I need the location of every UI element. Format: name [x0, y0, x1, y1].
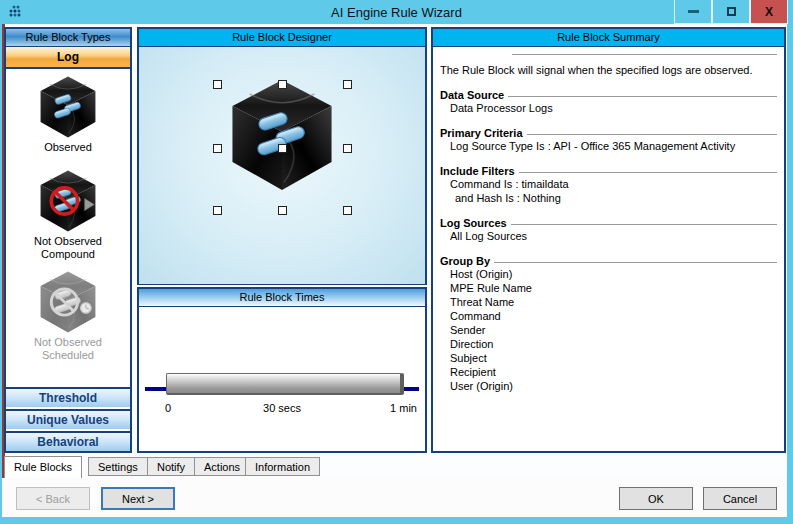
close-button[interactable]: X: [750, 0, 788, 24]
tab-rule-blocks[interactable]: Rule Blocks: [4, 456, 82, 478]
summary-line: Sender: [440, 323, 777, 337]
rule-block-designer-header: Rule Block Designer: [139, 29, 425, 47]
type-item-label: Not ObservedScheduled: [34, 336, 102, 362]
type-threshold-button[interactable]: Threshold: [6, 387, 130, 407]
window-bottom-border: [0, 517, 793, 524]
rule-block-summary-panel: Rule Block Summary The Rule Block will s…: [431, 27, 786, 453]
close-icon: X: [765, 5, 773, 19]
rule-block-types-panel: Rule Block Types Log Observed Not Observ…: [4, 27, 132, 453]
maximize-icon: [727, 7, 736, 16]
time-slider-ticks: 0 30 secs 1 min: [139, 402, 425, 418]
type-item-not-observed-scheduled: Not ObservedScheduled: [34, 271, 102, 362]
summary-line: Data Processor Logs: [440, 101, 777, 115]
cancel-button[interactable]: Cancel: [703, 487, 777, 510]
tab-settings[interactable]: Settings: [88, 457, 148, 476]
rule-block-summary-header: Rule Block Summary: [433, 29, 784, 47]
rule-block-designer-panel: Rule Block Designer: [137, 27, 427, 285]
selection-handle[interactable]: [213, 80, 222, 89]
next-button[interactable]: Next >: [101, 487, 175, 510]
summary-section-title: Include Filters: [440, 165, 777, 177]
summary-intro: The Rule Block will signal when the spec…: [440, 64, 777, 77]
type-item-not-observed-compound[interactable]: Not ObservedCompound: [34, 170, 102, 261]
tick-end: 1 min: [390, 402, 417, 414]
designer-canvas[interactable]: [139, 47, 425, 284]
summary-top-divider: [512, 54, 777, 55]
rule-block-types-header: Rule Block Types: [6, 29, 130, 47]
selection-handle[interactable]: [343, 80, 352, 89]
summary-line: and Hash Is : Nothing: [440, 191, 777, 205]
tab-notify[interactable]: Notify: [147, 457, 195, 476]
type-unique-values-button[interactable]: Unique Values: [6, 409, 130, 429]
tab-actions[interactable]: Actions: [194, 457, 250, 476]
summary-line: MPE Rule Name: [440, 281, 777, 295]
cube-scheduled-icon: [35, 271, 101, 333]
tab-information[interactable]: Information: [245, 457, 320, 476]
summary-line: Host (Origin): [440, 267, 777, 281]
summary-line: Command: [440, 309, 777, 323]
back-button[interactable]: < Back: [16, 487, 90, 510]
summary-body: The Rule Block will signal when the spec…: [433, 47, 784, 451]
type-log-button[interactable]: Log: [6, 47, 130, 69]
summary-line: Log Source Type Is : API - Office 365 Ma…: [440, 139, 777, 153]
summary-line: All Log Sources: [440, 229, 777, 243]
minimize-button[interactable]: [674, 0, 712, 24]
wizard-tabbar: Rule Blocks Settings Notify Actions Info…: [4, 456, 784, 478]
titlebar: AI Engine Rule Wizard X: [0, 0, 793, 24]
cube-not-observed-icon: [35, 170, 101, 232]
maximize-button[interactable]: [712, 0, 750, 24]
ok-button[interactable]: OK: [619, 487, 693, 510]
selection-handle[interactable]: [278, 80, 287, 89]
selection-handle[interactable]: [343, 206, 352, 215]
selection-handle[interactable]: [278, 206, 287, 215]
rule-block-times-header: Rule Block Times: [139, 289, 425, 307]
summary-line: Command Is : timaildata: [440, 177, 777, 191]
times-slider-area: 0 30 secs 1 min: [139, 307, 425, 451]
selection-handle[interactable]: [213, 144, 222, 153]
rule-block-times-panel: Rule Block Times 0 30 secs 1 min: [137, 287, 427, 453]
summary-line: Threat Name: [440, 295, 777, 309]
time-slider-bar[interactable]: [166, 373, 404, 395]
summary-section-title: Data Source: [440, 89, 777, 101]
rule-block-type-list: Observed Not ObservedCompound Not Observ…: [6, 69, 130, 451]
cube-observed-icon: [35, 76, 101, 138]
summary-line: User (Origin): [440, 379, 777, 393]
summary-line: Direction: [440, 337, 777, 351]
type-item-observed[interactable]: Observed: [35, 76, 101, 154]
selection-handle[interactable]: [343, 144, 352, 153]
summary-section-title: Primary Criteria: [440, 127, 777, 139]
minimize-icon: [688, 10, 699, 13]
type-behavioral-button[interactable]: Behavioral: [6, 431, 130, 451]
summary-line: Recipient: [440, 365, 777, 379]
selection-handle[interactable]: [213, 206, 222, 215]
ai-engine-rule-wizard-window: AI Engine Rule Wizard X Rule Block Types…: [0, 0, 793, 524]
summary-section-title: Log Sources: [440, 217, 777, 229]
rule-block-cube[interactable]: [220, 79, 344, 191]
tick-mid: 30 secs: [139, 402, 425, 414]
selection-handle[interactable]: [278, 144, 287, 153]
type-item-label: Observed: [44, 141, 92, 154]
footer-bar: < Back Next > OK Cancel: [2, 478, 787, 517]
type-item-label: Not ObservedCompound: [34, 235, 102, 261]
summary-line: Subject: [440, 351, 777, 365]
summary-section-title: Group By: [440, 255, 777, 267]
